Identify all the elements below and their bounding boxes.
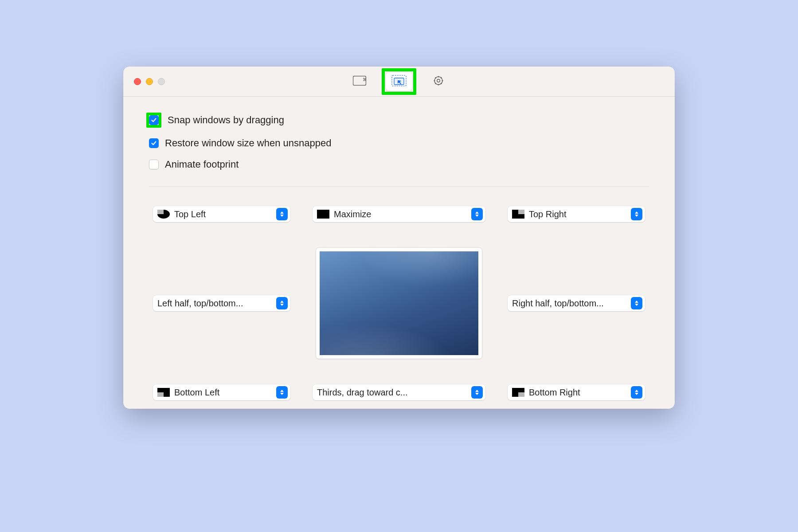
chevron-up-down-icon bbox=[276, 386, 288, 399]
option-restore-when-unsnapped: Restore window size when unsnapped bbox=[149, 137, 649, 149]
traffic-lights bbox=[134, 78, 165, 85]
zone-thumb-icon bbox=[512, 210, 524, 219]
zone-select-top-right[interactable]: Top Right bbox=[508, 206, 645, 222]
chevron-up-down-icon bbox=[276, 208, 288, 220]
zone-grid: Top Left Maximize Top Right Left half, t… bbox=[149, 204, 649, 402]
checkbox-group: Snap windows by dragging Restore window … bbox=[149, 113, 649, 170]
zone-label: Thirds, drag toward c... bbox=[317, 387, 468, 398]
highlight-snap-checkbox bbox=[146, 113, 161, 128]
desktop-preview bbox=[313, 248, 485, 359]
zone-select-mid-left[interactable]: Left half, top/bottom... bbox=[153, 295, 290, 311]
svg-text:⌘: ⌘ bbox=[363, 77, 366, 82]
tab-settings[interactable] bbox=[425, 72, 452, 91]
option-snap-by-dragging: Snap windows by dragging bbox=[149, 113, 649, 128]
chevron-up-down-icon bbox=[631, 386, 642, 399]
chevron-up-down-icon bbox=[471, 208, 483, 220]
zone-select-mid-right[interactable]: Right half, top/bottom... bbox=[508, 295, 645, 311]
gear-icon bbox=[433, 75, 444, 88]
zone-select-top-center[interactable]: Maximize bbox=[313, 206, 485, 222]
divider bbox=[149, 186, 649, 187]
zone-thumb-icon bbox=[157, 210, 170, 219]
preview-frame bbox=[316, 248, 482, 359]
checkbox-animate-footprint[interactable] bbox=[149, 160, 159, 169]
zone-select-bottom-right[interactable]: Bottom Right bbox=[508, 384, 645, 400]
zone-thumb-icon bbox=[512, 388, 524, 397]
option-animate-footprint: Animate footprint bbox=[149, 159, 649, 170]
zone-thumb-icon bbox=[157, 388, 170, 397]
label-snap-by-dragging: Snap windows by dragging bbox=[168, 114, 284, 126]
label-restore-when-unsnapped: Restore window size when unsnapped bbox=[165, 137, 331, 149]
zone-label: Right half, top/bottom... bbox=[512, 298, 627, 309]
chevron-up-down-icon bbox=[276, 297, 288, 309]
close-button[interactable] bbox=[134, 78, 141, 85]
zone-label: Left half, top/bottom... bbox=[157, 298, 273, 309]
snapping-icon bbox=[391, 75, 407, 88]
tab-snapping[interactable] bbox=[386, 72, 412, 91]
checkbox-snap-by-dragging[interactable] bbox=[149, 115, 159, 125]
preferences-window: ⌘ bbox=[123, 66, 675, 409]
zone-thumb-icon bbox=[317, 210, 329, 219]
keyboard-icon: ⌘ bbox=[353, 76, 366, 87]
checkbox-restore-when-unsnapped[interactable] bbox=[149, 138, 159, 148]
label-animate-footprint: Animate footprint bbox=[165, 159, 239, 170]
zone-label: Maximize bbox=[334, 209, 468, 219]
zoom-button[interactable] bbox=[158, 78, 165, 85]
zone-label: Bottom Left bbox=[174, 387, 273, 398]
zone-label: Top Right bbox=[529, 209, 627, 219]
titlebar: ⌘ bbox=[123, 66, 675, 97]
zone-select-top-left[interactable]: Top Left bbox=[153, 206, 290, 222]
minimize-button[interactable] bbox=[146, 78, 153, 85]
zone-label: Top Left bbox=[174, 209, 273, 219]
chevron-up-down-icon bbox=[631, 208, 642, 220]
chevron-up-down-icon bbox=[631, 297, 642, 309]
chevron-up-down-icon bbox=[471, 386, 483, 399]
zone-select-bottom-left[interactable]: Bottom Left bbox=[153, 384, 290, 400]
zone-label: Bottom Right bbox=[529, 387, 627, 398]
toolbar: ⌘ bbox=[346, 68, 452, 95]
desktop-wallpaper-icon bbox=[320, 251, 478, 355]
svg-point-5 bbox=[437, 79, 440, 82]
highlight-snapping-tab bbox=[382, 68, 416, 95]
content-pane: Snap windows by dragging Restore window … bbox=[123, 97, 675, 409]
tab-keyboard[interactable]: ⌘ bbox=[346, 72, 373, 91]
zone-select-bottom-center[interactable]: Thirds, drag toward c... bbox=[313, 384, 485, 400]
